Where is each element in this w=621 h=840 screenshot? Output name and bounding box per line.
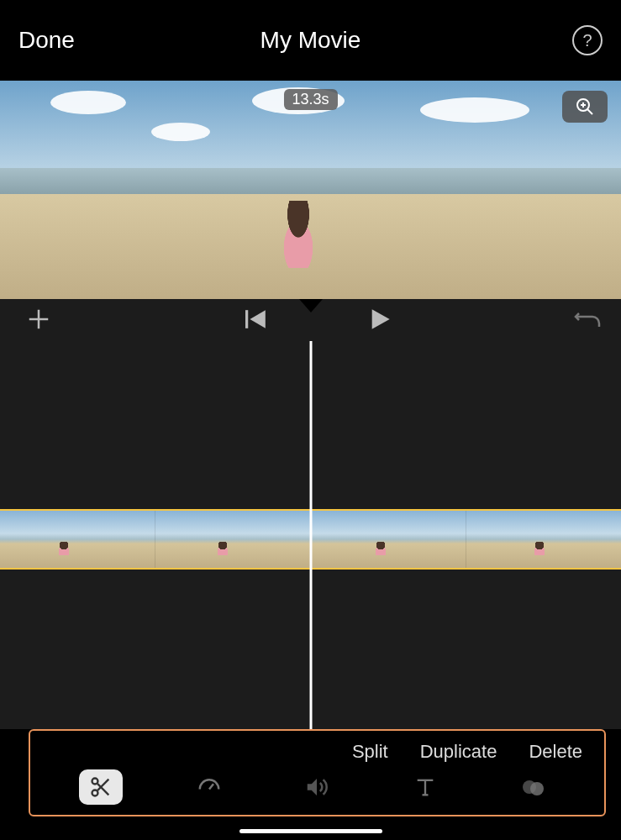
clip-thumbnail[interactable] [155,511,311,568]
timeline-area[interactable] [0,341,621,729]
skip-back-icon [245,310,267,328]
text-icon [413,775,437,799]
svg-point-10 [92,790,98,796]
transport-bar [0,299,621,341]
svg-marker-14 [308,779,317,795]
question-icon: ? [582,31,592,50]
home-indicator[interactable] [239,829,382,833]
tab-volume[interactable] [295,769,339,805]
clip-thumbnail[interactable] [466,511,621,568]
playhead-line[interactable] [309,341,312,729]
split-button[interactable]: Split [352,741,388,763]
duplicate-button[interactable]: Duplicate [420,741,497,763]
tool-tabs [30,766,604,815]
magnify-plus-icon [575,97,595,117]
clip-thumbnail[interactable] [311,511,466,568]
speaker-icon [304,774,329,800]
project-title: My Movie [261,27,361,54]
done-button[interactable]: Done [18,27,75,54]
duration-badge: 13.3s [283,89,337,110]
scissors-icon [89,775,113,799]
clip-text-actions: Split Duplicate Delete [30,731,604,766]
add-media-button[interactable] [22,303,55,337]
video-preview[interactable]: 13.3s [0,81,621,299]
help-button[interactable]: ? [572,25,603,55]
svg-point-9 [92,779,98,785]
plus-icon [26,307,51,332]
svg-line-1 [587,109,592,114]
play-icon [368,307,392,331]
skip-to-start-button[interactable] [245,310,267,331]
undo-icon [574,308,603,330]
zoom-in-button[interactable] [562,91,608,123]
tab-trim[interactable] [79,769,123,805]
tab-titles[interactable] [403,769,447,805]
svg-point-19 [530,782,544,795]
overlap-circles-icon [520,775,547,799]
playhead-marker-icon [299,299,323,312]
top-bar: Done My Movie ? [0,0,621,81]
edit-tool-panel: Split Duplicate Delete [29,729,606,816]
delete-button[interactable]: Delete [529,741,582,763]
svg-rect-6 [245,310,248,328]
tab-filters[interactable] [512,769,555,805]
speedometer-icon [197,774,222,800]
undo-button[interactable] [574,308,603,333]
svg-marker-7 [250,310,265,328]
tab-speed[interactable] [187,769,231,805]
play-button[interactable] [368,307,392,333]
svg-marker-8 [372,309,390,328]
svg-line-13 [209,784,213,789]
clip-thumbnail[interactable] [0,511,155,568]
